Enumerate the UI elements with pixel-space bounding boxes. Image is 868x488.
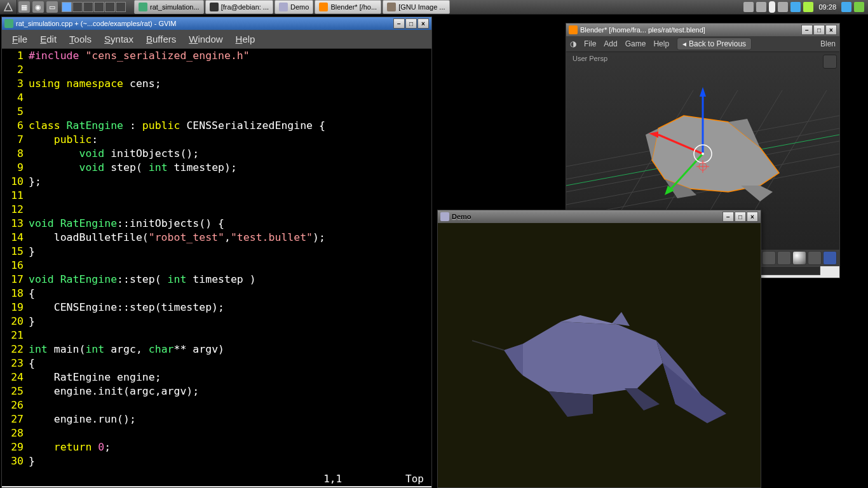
exit-icon[interactable] xyxy=(854,2,864,12)
viewport-plus-icon[interactable] xyxy=(823,55,837,69)
menu-edit[interactable]: Edit xyxy=(34,32,63,46)
task-icon xyxy=(139,3,147,11)
menu-add[interactable]: Add xyxy=(604,39,617,48)
scene-label[interactable]: Blen xyxy=(820,39,836,48)
line-number: 6 xyxy=(2,119,29,133)
battery-icon[interactable] xyxy=(803,2,813,12)
menu-file[interactable]: File xyxy=(584,39,596,48)
line-number: 4 xyxy=(2,91,29,105)
shading-sphere-icon[interactable] xyxy=(792,251,806,265)
task-label: rat_simulation... xyxy=(150,3,200,11)
svg-point-23 xyxy=(702,152,704,155)
line-number: 12 xyxy=(2,203,29,217)
line-number: 29 xyxy=(2,440,29,454)
code-content: void initObjects(); xyxy=(29,147,431,161)
footer-btn[interactable] xyxy=(762,251,776,265)
line-number: 15 xyxy=(2,245,29,259)
taskbar-task[interactable]: [GNU Image ... xyxy=(383,0,449,14)
footer-btn[interactable] xyxy=(777,251,791,265)
task-icon xyxy=(279,3,288,11)
pager[interactable] xyxy=(59,2,128,12)
menu-help[interactable]: Help xyxy=(229,32,262,46)
code-line: 13void RatEngine::initObjects() { xyxy=(2,217,431,231)
footer-btn[interactable] xyxy=(823,251,837,265)
logout-icon[interactable] xyxy=(841,2,851,12)
task-icon xyxy=(387,3,396,11)
code-content: engine.run(); xyxy=(29,412,431,426)
code-content xyxy=(29,63,431,77)
code-line: 18{ xyxy=(2,287,431,301)
minimize-button[interactable]: − xyxy=(801,25,813,35)
code-content: void step( int timestep); xyxy=(29,161,431,175)
demo-window: Demo − □ × xyxy=(437,210,761,488)
task-icon xyxy=(319,3,328,11)
filemanager-icon[interactable]: ▦ xyxy=(18,1,30,13)
close-button[interactable]: × xyxy=(417,18,429,29)
menu-help[interactable]: Help xyxy=(653,39,669,48)
menu-game[interactable]: Game xyxy=(625,39,646,48)
code-line: 6class RatEngine : public CENSSerialized… xyxy=(2,119,431,133)
line-number: 14 xyxy=(2,231,29,245)
footer-btn[interactable] xyxy=(808,251,822,265)
clock[interactable]: 09:28 xyxy=(816,3,839,11)
line-number: 11 xyxy=(2,189,29,203)
maximize-button[interactable]: □ xyxy=(405,18,417,29)
line-number: 5 xyxy=(2,105,29,119)
line-number: 19 xyxy=(2,301,29,315)
menu-buffers[interactable]: Buffers xyxy=(140,32,182,46)
back-button[interactable]: ◂Back to Previous xyxy=(677,37,752,50)
code-content xyxy=(29,426,431,440)
code-line: 25 engine.init(argc,argv); xyxy=(2,384,431,398)
task-label: Demo xyxy=(290,3,309,11)
code-line: 9 void step( int timestep); xyxy=(2,161,431,175)
wifi-icon[interactable] xyxy=(743,2,754,12)
line-number: 18 xyxy=(2,287,29,301)
menu-window[interactable]: Window xyxy=(182,32,229,46)
code-line: 16 xyxy=(2,259,431,273)
code-line: 10}; xyxy=(2,175,431,189)
volume-icon[interactable] xyxy=(778,2,788,12)
menu-tools[interactable]: Tools xyxy=(63,32,98,46)
demo-viewport[interactable] xyxy=(438,223,761,487)
minimize-button[interactable]: − xyxy=(393,18,405,29)
code-line: 14 loadBulletFile("robot_test","test.bul… xyxy=(2,231,431,245)
demo-rat-render xyxy=(438,223,761,487)
browser-icon[interactable]: ◉ xyxy=(32,1,44,13)
code-content: } xyxy=(29,454,431,468)
maximize-button[interactable]: □ xyxy=(735,212,746,222)
code-line: 20} xyxy=(2,315,431,329)
code-content: } xyxy=(29,245,431,259)
taskbar-task[interactable]: Blender* [/ho... xyxy=(315,0,381,14)
code-line: 3using namespace cens; xyxy=(2,77,431,91)
code-content xyxy=(29,398,431,412)
line-number: 26 xyxy=(2,398,29,412)
task-label: Blender* [/ho... xyxy=(330,3,377,11)
code-line: 23{ xyxy=(2,356,431,370)
close-button[interactable]: × xyxy=(747,212,758,222)
maximize-button[interactable]: □ xyxy=(813,25,825,35)
gvim-titlebar[interactable]: rat_simulation.cpp + (~...code/examples/… xyxy=(2,17,431,30)
editor-area[interactable]: 1#include "cens_serialized_engine.h"23us… xyxy=(2,49,431,486)
taskbar-task[interactable]: Demo xyxy=(275,0,313,14)
temp-icon[interactable] xyxy=(769,1,775,13)
code-content: using namespace cens; xyxy=(29,77,431,91)
start-menu-icon[interactable] xyxy=(0,0,17,14)
desktop-icon[interactable]: ▭ xyxy=(46,1,58,13)
network-icon[interactable] xyxy=(756,2,766,12)
code-content: CENSEngine::step(timestep); xyxy=(29,301,431,315)
minimize-button[interactable]: − xyxy=(722,212,734,222)
update-icon[interactable] xyxy=(790,2,801,12)
code-content xyxy=(29,259,431,273)
taskbar-task[interactable]: [fra@debian: ... xyxy=(205,0,273,14)
menu-file[interactable]: File xyxy=(6,32,34,46)
blender-titlebar[interactable]: Blender* [/home/fra... ples/rat/test.ble… xyxy=(566,24,839,36)
close-button[interactable]: × xyxy=(825,25,837,35)
editor-type-icon[interactable]: ◑ xyxy=(570,39,576,48)
code-content: int main(int argc, char** argv) xyxy=(29,342,431,356)
code-content: } xyxy=(29,315,431,329)
demo-titlebar[interactable]: Demo − □ × xyxy=(438,210,761,223)
code-content xyxy=(29,91,431,105)
task-label: [GNU Image ... xyxy=(398,3,445,11)
menu-syntax[interactable]: Syntax xyxy=(98,32,140,46)
taskbar-task[interactable]: rat_simulation... xyxy=(134,0,204,14)
